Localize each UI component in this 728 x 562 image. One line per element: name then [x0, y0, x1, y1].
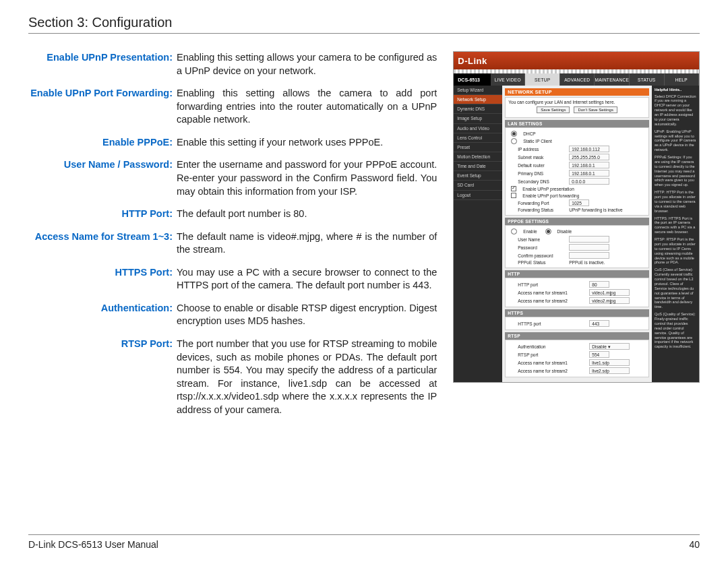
pppoe-status-label: PPPoE Status: [518, 260, 565, 265]
def-term: HTTP Port:: [28, 208, 177, 221]
rtsp-heading: RTSP: [505, 332, 649, 340]
mask-label: Subnet mask: [518, 155, 565, 160]
def-desc: Enabling this setting allows the camera …: [177, 87, 437, 127]
def-term: User Name / Password:: [28, 158, 177, 198]
https-port-field[interactable]: 443: [589, 320, 609, 327]
sidebar-item[interactable]: Lens Control: [454, 133, 502, 143]
pppoe-pass-field[interactable]: [569, 244, 609, 251]
pppoe-status-value: PPPoE is inactive.: [569, 260, 605, 265]
sidebar-item-network-setup[interactable]: Network Setup: [454, 95, 502, 104]
help-para: PPPoE Settings: If you are using the IP …: [655, 155, 696, 187]
sidebar-item[interactable]: Setup Wizard: [454, 86, 502, 95]
def-term: RTSP Port:: [28, 338, 177, 416]
dhcp-label: DHCP: [523, 131, 535, 136]
radio-pppoe-enable[interactable]: [511, 228, 517, 235]
an1-label: Access name for stream1: [518, 290, 585, 295]
def-desc: The default port number is 80.: [177, 208, 437, 221]
sidebar-item[interactable]: Event Setup: [454, 171, 502, 181]
sidebar-item[interactable]: Logout: [454, 191, 502, 200]
def-term: Enable PPPoE:: [28, 136, 177, 150]
brand-bar: D-Link: [454, 52, 699, 69]
tab-advanced[interactable]: ADVANCED: [560, 73, 595, 86]
dont-save-button[interactable]: Don't Save Settings: [574, 106, 617, 113]
upnp-pres-label: Enable UPnP presentation: [522, 187, 574, 191]
brand-logo: D-Link: [458, 56, 487, 66]
main-panel: NETWORK SETUP You can configure your LAN…: [502, 86, 652, 382]
pppoe-pass-label: Password: [518, 245, 565, 250]
tab-live-video[interactable]: LIVE VIDEO: [491, 73, 525, 86]
rn1-field[interactable]: live1.sdp: [589, 359, 630, 366]
ip-field[interactable]: 192.168.0.112: [569, 146, 609, 152]
pppoe-user-field[interactable]: [569, 236, 609, 243]
dns2-field[interactable]: 0.0.0.0: [569, 178, 609, 185]
gw-label: Default router: [518, 163, 565, 168]
def-term: Access Name for Stream 1~3:: [28, 230, 177, 257]
sidebar-item[interactable]: Image Setup: [454, 114, 502, 123]
arrow-icon: [484, 73, 491, 86]
sidebar-item[interactable]: Preset: [454, 143, 502, 152]
help-title: Helpful Hints..: [655, 88, 696, 93]
section-header: Section 3: Configuration: [28, 15, 700, 34]
def-desc: The default name is video#.mjpg, where #…: [177, 230, 437, 257]
fwd-port-field[interactable]: 1025: [569, 199, 589, 206]
help-para: UPnP: Enabling UPnP settings will allow …: [655, 129, 696, 152]
an2-label: Access name for stream2: [518, 299, 585, 303]
footer-page-number: 40: [689, 539, 700, 550]
panel-desc: You can configure your LAN and Internet …: [508, 100, 615, 104]
def-desc: Choose to enable or disable RTSP digest …: [177, 302, 437, 328]
radio-dhcp[interactable]: [511, 131, 517, 137]
sidebar-item[interactable]: Motion Detection: [454, 152, 502, 162]
fwd-status-value: UPnP forwarding is inactive: [569, 208, 622, 212]
http-heading: HTTP: [505, 270, 649, 278]
footer-left: D-Link DCS-6513 User Manual: [28, 539, 158, 550]
upnp-fwd-label: Enable UPnP port forwarding: [522, 193, 579, 198]
rn2-label: Access name for stream2: [518, 369, 585, 373]
def-term: Authentication:: [28, 302, 177, 328]
dns2-label: Secondary DNS: [518, 179, 565, 184]
rn2-field[interactable]: live2.sdp: [589, 367, 630, 374]
gw-field[interactable]: 192.168.0.1: [569, 162, 609, 168]
sidebar-item[interactable]: Time and Date: [454, 162, 502, 171]
an1-field[interactable]: video1.mjpg: [589, 289, 630, 296]
def-desc: You may use a PC with a secure browser t…: [177, 266, 437, 292]
rtsp-port-label: RTSP port: [518, 352, 585, 357]
chk-upnp-fwd[interactable]: [511, 193, 516, 198]
auth-select[interactable]: Disable ▾: [589, 343, 630, 350]
sidebar-item[interactable]: SD Card: [454, 181, 502, 190]
an2-field[interactable]: video2.mjpg: [589, 297, 630, 304]
tab-help[interactable]: HELP: [665, 73, 699, 86]
tab-maintenance[interactable]: MAINTENANCE: [595, 73, 630, 86]
mask-field[interactable]: 255.255.255.0: [569, 154, 609, 160]
radio-static[interactable]: [511, 138, 517, 144]
pppoe-enable-label: Enable: [523, 229, 537, 234]
def-desc: Enter the username and password for your…: [177, 158, 437, 198]
rtsp-port-field[interactable]: 554: [589, 351, 609, 358]
def-desc: Enabling this setting allows your camera…: [177, 51, 437, 77]
https-heading: HTTPS: [505, 309, 649, 317]
sidebar-item[interactable]: Dynamic DNS: [454, 104, 502, 114]
tab-status[interactable]: STATUS: [630, 73, 664, 86]
static-label: Static IP Client: [523, 139, 552, 144]
pppoe-conf-field[interactable]: [569, 252, 609, 259]
http-port-field[interactable]: 80: [589, 281, 609, 288]
chk-upnp-pres[interactable]: [511, 186, 516, 191]
panel-title: NETWORK SETUP: [505, 88, 649, 96]
radio-pppoe-disable[interactable]: [545, 228, 551, 235]
def-desc: Enable this setting if your network uses…: [177, 136, 437, 150]
auth-label: Authentication: [518, 344, 585, 349]
help-para: CoS (Class of Service): Currently severa…: [655, 268, 696, 309]
tab-setup[interactable]: SETUP: [525, 73, 559, 86]
definitions-list: Enable UPnP Presentation:Enabling this s…: [28, 51, 437, 426]
def-desc: The port number that you use for RTSP st…: [177, 338, 437, 416]
lan-heading: LAN SETTINGS: [505, 120, 649, 127]
pppoe-conf-label: Confirm password: [518, 253, 565, 258]
http-port-label: HTTP port: [518, 282, 585, 287]
sidebar-item[interactable]: Audio and Video: [454, 124, 502, 133]
save-button[interactable]: Save Settings: [537, 106, 570, 113]
help-para: QoS (Quality of Service): Finely-grained…: [655, 312, 696, 349]
help-para: RTSP: RTSP Port is the port you allocate…: [655, 237, 696, 265]
dns1-field[interactable]: 192.168.0.1: [569, 170, 609, 177]
embedded-screenshot: D-Link DCS-6513 LIVE VIDEO SETUP ADVANCE…: [453, 51, 700, 426]
def-term: Enable UPnP Presentation:: [28, 51, 177, 77]
def-term: Enable UPnP Port Forwarding:: [28, 87, 177, 127]
